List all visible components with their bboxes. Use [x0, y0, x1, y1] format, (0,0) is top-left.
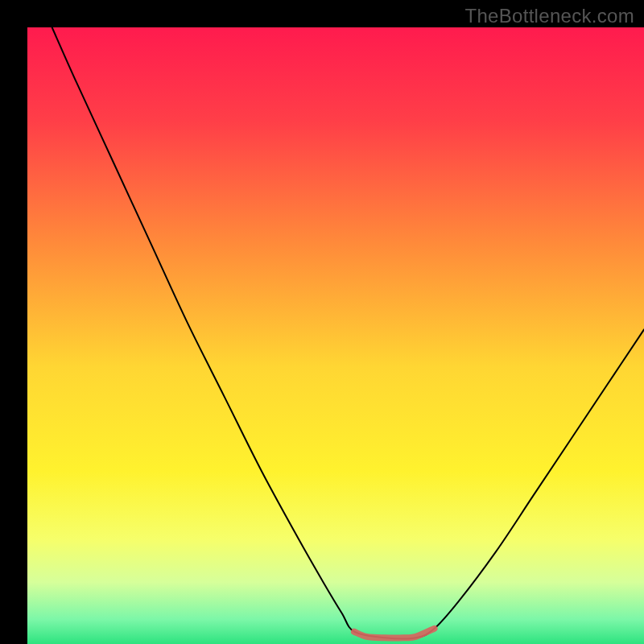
chart-stage: TheBottleneck.com [0, 0, 644, 644]
watermark-text: TheBottleneck.com [464, 5, 634, 27]
bottleneck-chart [0, 0, 644, 644]
gradient-background [27, 27, 644, 644]
